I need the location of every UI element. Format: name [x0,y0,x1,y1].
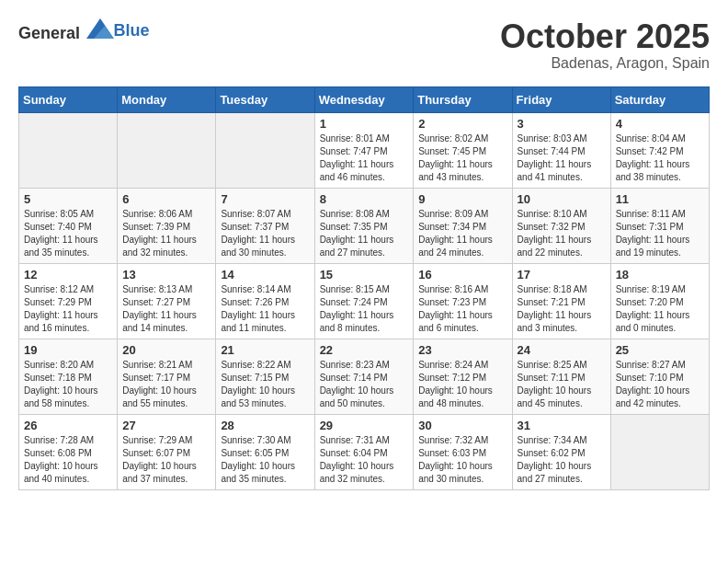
calendar-header-row: SundayMondayTuesdayWednesdayThursdayFrid… [19,86,710,112]
calendar-cell: 22Sunrise: 8:23 AMSunset: 7:14 PMDayligh… [314,339,414,414]
day-number: 14 [221,268,309,282]
day-number: 13 [122,268,210,282]
day-number: 10 [518,192,606,206]
day-number: 17 [518,268,606,282]
cell-text: Sunrise: 8:24 AMSunset: 7:12 PMDaylight:… [418,359,506,410]
page-header: General Blue October 2025 Badenas, Arago… [18,18,710,72]
cell-text: Sunrise: 8:22 AMSunset: 7:15 PMDaylight:… [221,359,309,410]
day-number: 11 [616,192,704,206]
cell-text: Sunrise: 8:07 AMSunset: 7:37 PMDaylight:… [221,208,309,259]
day-number: 20 [122,343,210,357]
day-number: 27 [122,419,210,432]
cell-text: Sunrise: 8:19 AMSunset: 7:20 PMDaylight:… [616,283,704,335]
cell-text: Sunrise: 8:16 AMSunset: 7:23 PMDaylight:… [418,283,506,335]
calendar-cell: 14Sunrise: 8:14 AMSunset: 7:26 PMDayligh… [216,263,314,339]
day-number: 24 [518,343,606,357]
day-number: 7 [221,192,309,206]
calendar-cell [216,112,314,188]
cell-text: Sunrise: 7:34 AMSunset: 6:02 PMDaylight:… [518,434,606,486]
calendar-cell: 12Sunrise: 8:12 AMSunset: 7:29 PMDayligh… [19,263,118,339]
calendar-cell: 6Sunrise: 8:06 AMSunset: 7:39 PMDaylight… [118,188,216,263]
day-number: 2 [418,117,506,131]
logo-icon [86,18,114,39]
day-number: 22 [320,343,409,357]
cell-text: Sunrise: 8:15 AMSunset: 7:24 PMDaylight:… [320,283,409,335]
calendar-cell: 24Sunrise: 8:25 AMSunset: 7:11 PMDayligh… [512,339,610,414]
day-number: 30 [418,419,506,432]
month-title: October 2025 [500,18,710,55]
calendar-cell: 16Sunrise: 8:16 AMSunset: 7:23 PMDayligh… [414,263,512,339]
cell-text: Sunrise: 8:12 AMSunset: 7:29 PMDaylight:… [24,283,112,335]
calendar-cell: 8Sunrise: 8:08 AMSunset: 7:35 PMDaylight… [314,188,414,263]
day-number: 19 [24,343,112,357]
day-number: 25 [616,343,704,357]
cell-text: Sunrise: 8:06 AMSunset: 7:39 PMDaylight:… [122,208,210,259]
cell-text: Sunrise: 8:20 AMSunset: 7:18 PMDaylight:… [24,359,112,410]
logo: General Blue [18,18,150,43]
cell-text: Sunrise: 8:25 AMSunset: 7:11 PMDaylight:… [518,359,606,410]
weekday-header: Friday [512,86,610,112]
day-number: 23 [418,343,506,357]
calendar-cell: 19Sunrise: 8:20 AMSunset: 7:18 PMDayligh… [19,339,118,414]
day-number: 28 [221,419,309,432]
day-number: 1 [320,117,409,131]
calendar-cell: 1Sunrise: 8:01 AMSunset: 7:47 PMDaylight… [314,112,414,188]
calendar-week-row: 1Sunrise: 8:01 AMSunset: 7:47 PMDaylight… [19,112,710,188]
day-number: 31 [518,419,606,432]
day-number: 4 [616,117,704,131]
day-number: 8 [320,192,409,206]
cell-text: Sunrise: 8:13 AMSunset: 7:27 PMDaylight:… [122,283,210,335]
calendar-cell: 11Sunrise: 8:11 AMSunset: 7:31 PMDayligh… [610,188,709,263]
calendar-cell: 5Sunrise: 8:05 AMSunset: 7:40 PMDaylight… [19,188,118,263]
calendar-cell: 29Sunrise: 7:31 AMSunset: 6:04 PMDayligh… [314,414,414,489]
calendar-cell: 28Sunrise: 7:30 AMSunset: 6:05 PMDayligh… [216,414,314,489]
cell-text: Sunrise: 7:32 AMSunset: 6:03 PMDaylight:… [418,434,506,486]
day-number: 3 [518,117,606,131]
calendar-week-row: 5Sunrise: 8:05 AMSunset: 7:40 PMDaylight… [19,188,710,263]
weekday-header: Tuesday [216,86,314,112]
calendar-cell: 26Sunrise: 7:28 AMSunset: 6:08 PMDayligh… [19,414,118,489]
cell-text: Sunrise: 8:09 AMSunset: 7:34 PMDaylight:… [418,208,506,259]
cell-text: Sunrise: 7:29 AMSunset: 6:07 PMDaylight:… [122,434,210,486]
day-number: 26 [24,419,112,432]
calendar-cell: 15Sunrise: 8:15 AMSunset: 7:24 PMDayligh… [314,263,414,339]
calendar-cell [610,414,709,489]
cell-text: Sunrise: 7:28 AMSunset: 6:08 PMDaylight:… [24,434,112,486]
cell-text: Sunrise: 7:31 AMSunset: 6:04 PMDaylight:… [320,434,409,486]
logo-general: General [18,24,80,42]
cell-text: Sunrise: 8:01 AMSunset: 7:47 PMDaylight:… [320,132,409,184]
weekday-header: Wednesday [314,86,414,112]
day-number: 9 [418,192,506,206]
calendar-cell [19,112,118,188]
day-number: 12 [24,268,112,282]
cell-text: Sunrise: 8:18 AMSunset: 7:21 PMDaylight:… [518,283,606,335]
calendar-table: SundayMondayTuesdayWednesdayThursdayFrid… [18,86,710,490]
logo-blue: Blue [114,21,150,40]
day-number: 15 [320,268,409,282]
cell-text: Sunrise: 8:02 AMSunset: 7:45 PMDaylight:… [418,132,506,184]
calendar-cell: 3Sunrise: 8:03 AMSunset: 7:44 PMDaylight… [512,112,610,188]
calendar-week-row: 12Sunrise: 8:12 AMSunset: 7:29 PMDayligh… [19,263,710,339]
weekday-header: Saturday [610,86,709,112]
calendar-cell: 31Sunrise: 7:34 AMSunset: 6:02 PMDayligh… [512,414,610,489]
cell-text: Sunrise: 8:27 AMSunset: 7:10 PMDaylight:… [616,359,704,410]
calendar-cell: 2Sunrise: 8:02 AMSunset: 7:45 PMDaylight… [414,112,512,188]
calendar-cell: 25Sunrise: 8:27 AMSunset: 7:10 PMDayligh… [610,339,709,414]
cell-text: Sunrise: 8:03 AMSunset: 7:44 PMDaylight:… [518,132,606,184]
cell-text: Sunrise: 7:30 AMSunset: 6:05 PMDaylight:… [221,434,309,486]
cell-text: Sunrise: 8:21 AMSunset: 7:17 PMDaylight:… [122,359,210,410]
cell-text: Sunrise: 8:05 AMSunset: 7:40 PMDaylight:… [24,208,112,259]
day-number: 29 [320,419,409,432]
cell-text: Sunrise: 8:14 AMSunset: 7:26 PMDaylight:… [221,283,309,335]
calendar-cell: 9Sunrise: 8:09 AMSunset: 7:34 PMDaylight… [414,188,512,263]
cell-text: Sunrise: 8:10 AMSunset: 7:32 PMDaylight:… [518,208,606,259]
day-number: 5 [24,192,112,206]
calendar-cell: 30Sunrise: 7:32 AMSunset: 6:03 PMDayligh… [414,414,512,489]
cell-text: Sunrise: 8:11 AMSunset: 7:31 PMDaylight:… [616,208,704,259]
calendar-cell [118,112,216,188]
calendar-cell: 4Sunrise: 8:04 AMSunset: 7:42 PMDaylight… [610,112,709,188]
day-number: 18 [616,268,704,282]
calendar-cell: 27Sunrise: 7:29 AMSunset: 6:07 PMDayligh… [118,414,216,489]
calendar-cell: 7Sunrise: 8:07 AMSunset: 7:37 PMDaylight… [216,188,314,263]
calendar-week-row: 26Sunrise: 7:28 AMSunset: 6:08 PMDayligh… [19,414,710,489]
